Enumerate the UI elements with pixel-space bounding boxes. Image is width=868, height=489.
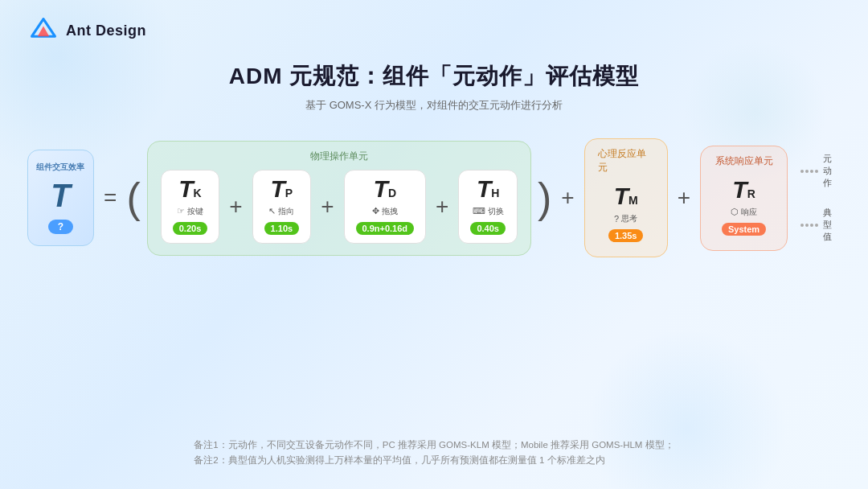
th-letter: T bbox=[477, 177, 491, 201]
notes-section: 备注1：元动作，不同交互设备元动作不同，PC 推荐采用 GOMS-KLM 模型；… bbox=[194, 439, 674, 466]
dot-3 bbox=[810, 170, 813, 173]
unit-tr-top: T R bbox=[732, 178, 755, 202]
component-label: 组件交互效率 bbox=[36, 162, 84, 173]
page-subtitle: 基于 GOMS-X 行为模型，对组件的交互元动作进行分析 bbox=[305, 98, 563, 113]
dot-1 bbox=[800, 170, 804, 173]
component-badge: ? bbox=[48, 220, 73, 234]
tp-icon: ↖ bbox=[268, 206, 276, 216]
physical-container: 物理操作单元 T K ☞ 按键 0.20s + bbox=[147, 141, 531, 256]
tk-badge: 0.20s bbox=[173, 222, 208, 235]
unit-tp: T P ↖ 指向 1.10s bbox=[252, 170, 312, 244]
dot-4 bbox=[815, 170, 818, 173]
tp-badge: 1.10s bbox=[264, 222, 300, 235]
td-badge: 0.9n+0.16d bbox=[356, 222, 415, 235]
th-badge: 0.40s bbox=[470, 222, 506, 235]
tk-icon: ☞ bbox=[177, 206, 185, 216]
td-icon: ✥ bbox=[372, 206, 379, 216]
tr-icon: ⬡ bbox=[731, 207, 739, 217]
formula-row: 组件交互效率 T ? = ( 物理操作单元 T K ☞ 按键 bbox=[27, 138, 841, 257]
equals-sign: = bbox=[100, 185, 120, 211]
tp-subscript: P bbox=[285, 187, 293, 199]
legend-typical-text: 典型值 bbox=[823, 207, 841, 243]
system-container: 系统响应单元 T R ⬡ 响应 System bbox=[700, 146, 788, 251]
tp-desc: ↖ 指向 bbox=[268, 206, 294, 217]
tk-desc: ☞ 按键 bbox=[177, 206, 203, 217]
td-subscript: D bbox=[388, 187, 396, 199]
phys-label: 物理操作单元 bbox=[310, 150, 368, 163]
th-icon: ⌨ bbox=[473, 206, 485, 216]
plus-4: + bbox=[558, 185, 577, 211]
legend-dots-1 bbox=[800, 170, 818, 173]
unit-th: T H ⌨ 切换 0.40s bbox=[458, 170, 518, 244]
logo-icon bbox=[29, 16, 58, 45]
svg-marker-1 bbox=[38, 27, 49, 37]
plus-5: + bbox=[674, 185, 694, 211]
unit-tm: T M ? 思考 1.35s bbox=[598, 181, 654, 245]
system-label: 系统响应单元 bbox=[715, 154, 773, 168]
main-content: ADM 元规范：组件「元动作」评估模型 基于 GOMS-X 行为模型，对组件的交… bbox=[0, 61, 868, 257]
tk-label: 按键 bbox=[187, 206, 203, 217]
note-2: 备注2：典型值为人机实验测得上万样本量的平均值，几乎所有预测值都在测量值 1 个… bbox=[194, 454, 674, 466]
plus-3: + bbox=[432, 194, 452, 220]
legend-metaaction: 元动作 bbox=[800, 153, 841, 189]
tr-letter: T bbox=[732, 178, 747, 202]
legend-dots-2 bbox=[800, 224, 818, 227]
page-title: ADM 元规范：组件「元动作」评估模型 bbox=[229, 61, 640, 92]
tm-icon: ? bbox=[614, 214, 619, 224]
unit-td: T D ✥ 拖拽 0.9n+0.16d bbox=[344, 170, 427, 244]
tr-label: 响应 bbox=[741, 207, 757, 218]
mental-container: 心理反应单元 T M ? 思考 1.35s bbox=[584, 138, 668, 257]
legend-typical: 典型值 bbox=[800, 207, 841, 243]
dot-7 bbox=[810, 224, 813, 227]
unit-tr: T R ⬡ 响应 System bbox=[714, 175, 774, 239]
dot-8 bbox=[815, 224, 818, 227]
unit-td-top: T D bbox=[374, 177, 396, 201]
close-paren: ) bbox=[538, 177, 551, 219]
tk-subscript: K bbox=[194, 187, 202, 199]
open-paren: ( bbox=[126, 177, 140, 219]
tm-letter: T bbox=[614, 184, 628, 208]
tp-letter: T bbox=[271, 177, 285, 201]
tm-label: 思考 bbox=[621, 213, 637, 224]
unit-tp-top: T P bbox=[271, 177, 293, 201]
th-label: 切换 bbox=[488, 206, 504, 217]
component-t: T bbox=[51, 179, 70, 212]
td-label: 拖拽 bbox=[382, 206, 398, 217]
tk-letter: T bbox=[178, 177, 193, 201]
tr-desc: ⬡ 响应 bbox=[731, 207, 757, 218]
phys-items: T K ☞ 按键 0.20s + T P bbox=[161, 170, 518, 244]
td-letter: T bbox=[374, 177, 388, 201]
plus-1: + bbox=[226, 194, 245, 220]
unit-tm-top: T M bbox=[614, 184, 638, 208]
tp-label: 指向 bbox=[278, 206, 294, 217]
mental-label: 心理反应单元 bbox=[598, 147, 654, 175]
plus-2: + bbox=[317, 194, 337, 220]
logo-text: Ant Design bbox=[66, 23, 146, 39]
note-1: 备注1：元动作，不同交互设备元动作不同，PC 推荐采用 GOMS-KLM 模型；… bbox=[194, 439, 674, 451]
dot-6 bbox=[805, 224, 809, 227]
unit-th-top: T H bbox=[477, 177, 499, 201]
legend-column: 元动作 典型值 bbox=[800, 153, 841, 243]
tr-badge: System bbox=[722, 223, 766, 236]
dot-2 bbox=[805, 170, 809, 173]
unit-tk-top: T K bbox=[178, 177, 201, 201]
tr-subscript: R bbox=[747, 187, 755, 200]
unit-tk: T K ☞ 按键 0.20s bbox=[161, 170, 220, 244]
tm-badge: 1.35s bbox=[608, 229, 644, 242]
component-box: 组件交互效率 T ? bbox=[27, 150, 94, 246]
th-desc: ⌨ 切换 bbox=[473, 206, 504, 217]
tm-subscript: M bbox=[628, 194, 638, 207]
dot-5 bbox=[800, 224, 804, 227]
td-desc: ✥ 拖拽 bbox=[372, 206, 398, 217]
header: Ant Design bbox=[0, 0, 868, 61]
legend-metaaction-text: 元动作 bbox=[823, 153, 841, 189]
th-subscript: H bbox=[491, 187, 499, 199]
tm-desc: ? 思考 bbox=[614, 213, 637, 224]
